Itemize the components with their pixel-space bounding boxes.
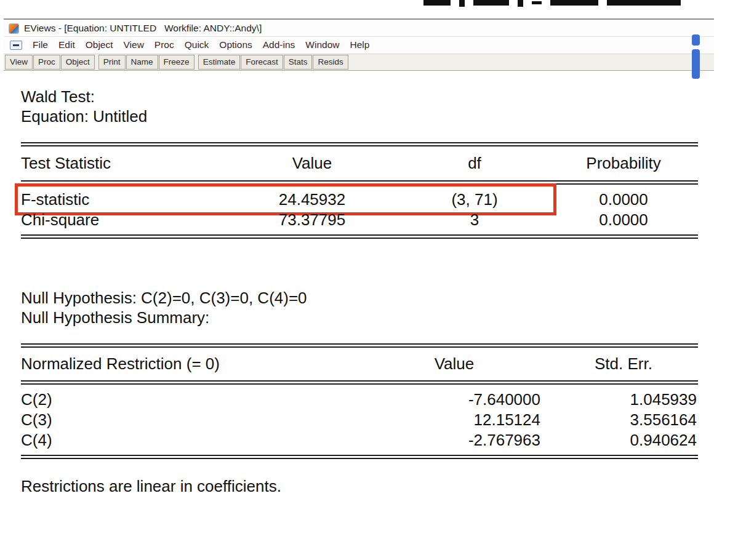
- cell-stat: Chi-square: [21, 210, 224, 230]
- table-row-chi-square: Chi-square 73.37795 3 0.0000: [21, 210, 698, 230]
- blue-marker-dot: [692, 34, 700, 46]
- eviews-window: EViews - [Equation: UNTITLED Workfile: A…: [4, 18, 714, 496]
- cell-restriction: C(4): [21, 430, 359, 450]
- toolbar-resids-button[interactable]: Resids: [313, 55, 348, 70]
- double-rule: [21, 380, 698, 385]
- double-rule: [21, 142, 698, 146]
- report-equation: Equation: Untitled: [21, 106, 698, 126]
- cell-stderr: 0.940624: [549, 430, 698, 450]
- double-rule: [21, 343, 698, 348]
- toolbar-forecast-button[interactable]: Forecast: [241, 55, 283, 70]
- menu-window[interactable]: Window: [305, 39, 339, 50]
- menu-help[interactable]: Help: [350, 39, 369, 50]
- cell-value: -7.640000: [359, 390, 549, 410]
- cell-value: -2.767963: [359, 430, 549, 450]
- cell-stderr: 1.045939: [549, 390, 698, 410]
- table-row-c2: C(2) -7.640000 1.045939: [21, 390, 698, 410]
- table-row-c4: C(4) -2.767963 0.940624: [21, 430, 698, 450]
- menu-quick[interactable]: Quick: [185, 39, 209, 50]
- null-hypothesis-line: Null Hypothesis: C(2)=0, C(3)=0, C(4)=0: [21, 288, 698, 308]
- toolbar-stats-button[interactable]: Stats: [284, 55, 313, 70]
- toolbar-freeze-button[interactable]: Freeze: [159, 55, 195, 70]
- menu-edit[interactable]: Edit: [58, 39, 75, 50]
- col-header-value: Value: [359, 354, 549, 374]
- window-title: EViews - [Equation: UNTITLED Workfile: A…: [24, 23, 262, 34]
- toolbar-view-button[interactable]: View: [5, 55, 33, 70]
- cell-stat: F-statistic: [21, 190, 224, 210]
- col-header-probability: Probability: [549, 153, 698, 173]
- double-rule: [21, 455, 698, 459]
- cell-value: 24.45932: [224, 190, 400, 210]
- toolbar-name-button[interactable]: Name: [126, 55, 158, 70]
- double-rule: [21, 180, 698, 185]
- cell-restriction: C(3): [21, 410, 359, 430]
- menu-proc[interactable]: Proc: [154, 39, 174, 50]
- toolbar: View Proc Object Print Name Freeze Estim…: [4, 54, 714, 71]
- table-row-c3: C(3) 12.15124 3.556164: [21, 410, 698, 430]
- cell-value: 12.15124: [359, 410, 549, 430]
- toolbar-print-button[interactable]: Print: [98, 55, 126, 70]
- menu-file[interactable]: File: [33, 39, 48, 50]
- toolbar-object-button[interactable]: Object: [61, 55, 95, 70]
- toolbar-proc-button[interactable]: Proc: [33, 55, 60, 70]
- cell-stderr: 3.556164: [549, 410, 698, 430]
- null-hypothesis-summary-line: Null Hypothesis Summary:: [21, 308, 698, 327]
- toolbar-estimate-button[interactable]: Estimate: [198, 55, 241, 70]
- menu-options[interactable]: Options: [219, 39, 252, 50]
- col-header-value: Value: [224, 153, 400, 173]
- table-row-f-statistic: F-statistic 24.45932 (3, 71) 0.0000: [21, 190, 698, 210]
- cell-prob: 0.0000: [549, 210, 698, 230]
- menu-view[interactable]: View: [124, 39, 144, 50]
- col-header-df: df: [400, 153, 549, 173]
- blue-marker-bar: [692, 49, 700, 79]
- cropped-text-fragment: [423, 0, 681, 6]
- col-header-std-err: Std. Err.: [549, 354, 698, 374]
- cell-restriction: C(2): [21, 390, 359, 410]
- double-rule: [21, 234, 698, 239]
- wald-test-output: Wald Test: Equation: Untitled Test Stati…: [4, 71, 710, 496]
- menu-bar: File Edit Object View Proc Quick Options…: [4, 36, 714, 54]
- cell-value: 73.37795: [224, 210, 400, 230]
- test-table-header: Test Statistic Value df Probability: [21, 146, 698, 180]
- mdi-control-icon[interactable]: [10, 41, 22, 50]
- title-bar[interactable]: EViews - [Equation: UNTITLED Workfile: A…: [4, 20, 714, 36]
- menu-object[interactable]: Object: [86, 39, 113, 50]
- restrictions-note: Restrictions are linear in coefficients.: [21, 476, 698, 496]
- col-header-normalized-restriction: Normalized Restriction (= 0): [21, 354, 359, 374]
- cell-prob: 0.0000: [549, 190, 698, 210]
- cell-df: 3: [400, 210, 549, 230]
- cell-df: (3, 71): [400, 190, 549, 210]
- eviews-logo-icon: [9, 23, 19, 34]
- restriction-table-header: Normalized Restriction (= 0) Value Std. …: [21, 348, 698, 380]
- col-header-test-statistic: Test Statistic: [21, 153, 224, 173]
- page: EViews - [Equation: UNTITLED Workfile: A…: [0, 0, 746, 560]
- report-title: Wald Test:: [21, 87, 698, 106]
- menu-add-ins[interactable]: Add-ins: [263, 39, 295, 50]
